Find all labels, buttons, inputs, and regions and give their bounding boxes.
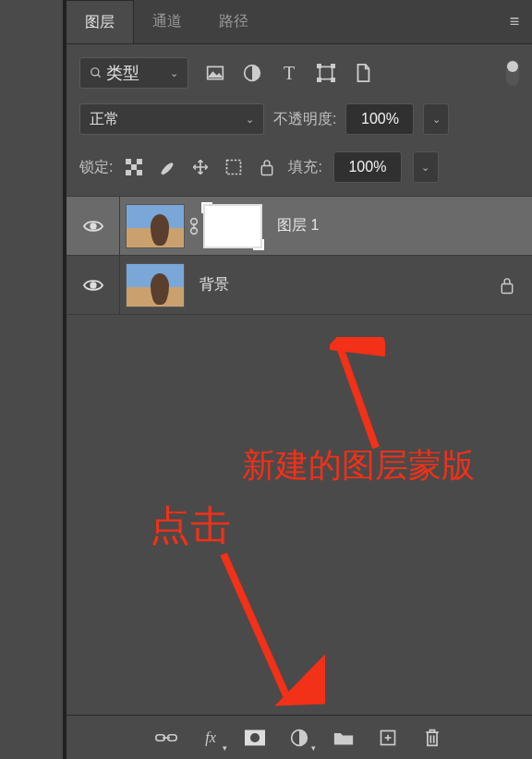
blend-mode-value: 正常 — [90, 110, 119, 129]
svg-rect-10 — [131, 164, 137, 170]
fill-chevron[interactable]: ⌄ — [413, 151, 439, 183]
svg-rect-9 — [126, 159, 131, 164]
lock-artboard-icon[interactable] — [224, 157, 244, 177]
svg-rect-7 — [318, 78, 320, 81]
layer-thumbnail[interactable] — [126, 263, 185, 307]
annotation-arrow — [330, 337, 385, 457]
adjustment-filter-icon[interactable] — [242, 63, 262, 83]
svg-point-0 — [91, 68, 99, 76]
delete-icon[interactable] — [421, 727, 443, 749]
annotation-arrow — [214, 545, 325, 711]
filter-row: 类型 ⌄ T — [66, 44, 532, 96]
text-filter-icon[interactable]: T — [279, 63, 299, 83]
tab-layers[interactable]: 图层 — [66, 0, 134, 43]
panel-tabs: 图层 通道 路径 ≡ — [66, 0, 532, 44]
svg-rect-15 — [262, 166, 272, 175]
svg-line-1 — [98, 75, 101, 78]
filter-type-label: 类型 — [106, 62, 139, 84]
group-icon[interactable] — [332, 727, 355, 749]
search-icon — [90, 66, 103, 79]
opacity-chevron[interactable]: ⌄ — [423, 103, 449, 135]
visibility-toggle[interactable] — [66, 197, 120, 255]
opacity-value[interactable]: 100% — [345, 103, 414, 135]
adjustment-layer-icon[interactable]: ▾ — [288, 727, 310, 749]
svg-rect-11 — [137, 159, 142, 164]
svg-rect-14 — [227, 161, 241, 175]
svg-rect-21 — [502, 283, 512, 293]
lock-all-icon[interactable] — [257, 157, 277, 177]
svg-point-16 — [91, 223, 96, 229]
lock-move-icon[interactable] — [190, 157, 211, 177]
layer-row[interactable]: 图层 1 — [66, 196, 532, 255]
svg-point-20 — [91, 283, 96, 288]
svg-point-26 — [250, 732, 260, 741]
lock-brush-icon[interactable] — [157, 157, 177, 177]
tab-paths[interactable]: 路径 — [200, 0, 267, 43]
lock-row: 锁定: 填充: 100% ⌄ — [66, 142, 532, 196]
svg-rect-6 — [332, 65, 334, 67]
link-layers-icon[interactable] — [155, 727, 177, 749]
tab-channels[interactable]: 通道 — [134, 0, 200, 43]
shape-filter-icon[interactable] — [316, 63, 336, 83]
layers-bottom-toolbar: fx▾ ▾ — [66, 715, 532, 759]
opacity-label: 不透明度: — [273, 110, 336, 129]
new-layer-icon[interactable] — [377, 727, 399, 749]
filter-type-dropdown[interactable]: 类型 ⌄ — [79, 57, 188, 89]
annotation-text: 新建的图层蒙版 — [242, 443, 475, 488]
svg-line-36 — [224, 554, 288, 700]
layer-name[interactable]: 图层 1 — [277, 216, 319, 235]
visibility-toggle[interactable] — [66, 256, 120, 314]
svg-rect-12 — [126, 170, 131, 175]
layers-panel: 图层 通道 路径 ≡ 类型 ⌄ T 正常 — [63, 0, 532, 759]
svg-rect-5 — [318, 65, 320, 67]
svg-rect-4 — [320, 66, 332, 78]
smartobject-filter-icon[interactable] — [353, 63, 373, 83]
layer-mask-thumbnail[interactable] — [203, 204, 262, 248]
svg-rect-13 — [137, 170, 142, 175]
lock-pixels-icon[interactable] — [124, 157, 144, 177]
layer-lock-icon[interactable] — [499, 276, 515, 295]
annotation-text: 点击 — [150, 499, 231, 553]
blend-mode-dropdown[interactable]: 正常 ⌄ — [79, 103, 264, 135]
fill-label: 填充: — [288, 158, 321, 177]
layer-name[interactable]: 背景 — [200, 275, 229, 295]
add-mask-icon[interactable] — [244, 727, 266, 749]
svg-rect-8 — [332, 78, 334, 81]
panel-menu-icon[interactable]: ≡ — [495, 0, 532, 43]
fill-value[interactable]: 100% — [333, 151, 402, 183]
blend-row: 正常 ⌄ 不透明度: 100% ⌄ — [66, 96, 532, 142]
layer-list: 图层 1 背景 — [66, 196, 532, 315]
layer-row[interactable]: 背景 — [66, 255, 532, 314]
chevron-down-icon: ⌄ — [170, 67, 178, 79]
chevron-down-icon: ⌄ — [246, 114, 254, 126]
mask-link-icon[interactable] — [188, 217, 200, 235]
lock-label: 锁定: — [79, 158, 113, 177]
fx-icon[interactable]: fx▾ — [200, 727, 222, 749]
image-filter-icon[interactable] — [205, 63, 225, 83]
layer-thumbnail[interactable] — [126, 204, 185, 248]
svg-line-34 — [339, 344, 376, 448]
filter-toggle[interactable] — [506, 60, 519, 86]
